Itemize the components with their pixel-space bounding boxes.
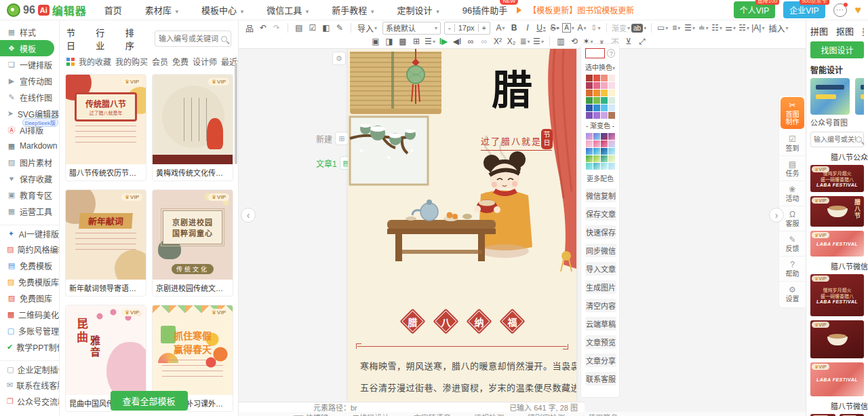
filter-free[interactable]: 免费 xyxy=(172,56,189,67)
color-swatch[interactable] xyxy=(586,82,593,89)
selected-color-swatch[interactable] xyxy=(585,48,605,58)
gradient-swatch[interactable] xyxy=(601,155,608,162)
filter-designer[interactable]: 设计师 xyxy=(193,56,217,67)
underline-icon[interactable]: U▾ xyxy=(534,22,548,34)
color-swatch[interactable] xyxy=(593,105,600,111)
gradient-swatch[interactable] xyxy=(608,148,615,155)
color-swatch[interactable] xyxy=(601,112,608,119)
vip-crown-icon[interactable]: ♥ xyxy=(855,4,862,16)
message-icon[interactable]: ⋯ xyxy=(833,3,847,17)
new-article-button[interactable]: ⊞ xyxy=(335,132,349,145)
menu-item[interactable]: 模板中心 ▾ xyxy=(201,3,243,16)
smart-design-thumb-2[interactable] xyxy=(855,78,864,115)
font-color-icon[interactable]: A▾ xyxy=(494,22,507,34)
color-swatch[interactable] xyxy=(593,112,600,119)
color-swatch[interactable] xyxy=(601,75,608,81)
footer-tool[interactable]: ▦二维码设计 xyxy=(343,412,389,416)
indent-icon[interactable]: ⚌▾ xyxy=(724,22,737,34)
gradient-swatch[interactable] xyxy=(593,148,600,155)
format-brush-icon[interactable]: ✎ xyxy=(333,22,347,34)
undo-icon[interactable]: ↶ xyxy=(256,22,270,34)
search-icon[interactable] xyxy=(856,136,862,143)
action-button[interactable]: 导入文章 xyxy=(585,262,616,276)
filter-favorites[interactable]: 我的收藏 xyxy=(79,56,111,67)
border-icon[interactable]: ▭▾ xyxy=(656,22,669,34)
sidebar-item[interactable]: ❖ 模板 xyxy=(0,40,54,56)
font-size-value[interactable]: 17px xyxy=(454,24,479,32)
gradient-swatch[interactable] xyxy=(608,140,615,147)
gear-icon[interactable]: ⚙ xyxy=(332,52,346,65)
find-replace-icon[interactable]: ⟲ xyxy=(568,35,581,48)
char-scale-icon[interactable]: ⇕▾ xyxy=(589,22,602,34)
texture-icon[interactable]: ▩ xyxy=(396,35,410,48)
columns-icon[interactable]: ☵▾ xyxy=(737,22,751,34)
cover-template-banner[interactable]: ♛VIP 腊八节 xyxy=(810,196,864,227)
italic-icon[interactable]: I xyxy=(521,22,534,34)
line-spacing-icon[interactable]: ☰▾ xyxy=(423,35,437,48)
node-tool-icon[interactable]: 品 xyxy=(243,22,256,34)
sidebar-item[interactable]: ▦ 运营工具 xyxy=(0,203,59,219)
sidebar-item[interactable]: ▢ 企业定制插件 xyxy=(0,360,59,377)
menu-item[interactable]: 96插件助手 NEW xyxy=(462,3,507,16)
color-swatch[interactable] xyxy=(593,75,600,81)
sidebar-item[interactable]: ▨ 简约风格编辑 xyxy=(0,241,59,257)
sidebar-item[interactable]: ✔ 教学PPT制作 xyxy=(0,339,59,355)
cursor-insert-icon[interactable]: I▶ xyxy=(437,35,450,48)
table-icon[interactable]: ⊞ xyxy=(410,35,423,48)
footer-tool[interactable]: ⌨快捷键 xyxy=(293,412,328,416)
gradient-swatch[interactable] xyxy=(601,163,608,170)
action-button[interactable]: 同步微信 xyxy=(585,244,616,257)
highlight-color-icon[interactable]: A▾ xyxy=(561,22,575,34)
insert-button[interactable]: 插入▾ xyxy=(766,22,790,34)
template-card[interactable]: ♛VIP 新年献词 新年献词领导寄语展望模板 xyxy=(65,189,146,297)
color-swatch[interactable] xyxy=(601,90,608,96)
color-swatch[interactable] xyxy=(593,97,600,104)
template-card[interactable]: ♛VIP 京剧进校园国粹润童心传统文化 京剧进校园传统文化模板 xyxy=(152,189,233,297)
sidebar-item[interactable]: ▤ 免费模板 xyxy=(0,257,59,273)
cover-template-banner[interactable]: ♛VIP 慢炖岁月烟火 盛一碗暖香腊八 LABA FESTIVAL xyxy=(810,165,864,192)
app-logo[interactable]: 96 Ai 编辑器 xyxy=(7,2,87,18)
rail-item[interactable]: Ω 客服 xyxy=(779,206,806,231)
footer-tool[interactable]: ◎错别字检测 xyxy=(519,412,565,416)
color-swatch[interactable] xyxy=(593,82,600,89)
cursor-back-icon[interactable]: ◀I xyxy=(450,35,464,48)
ab-style-icon[interactable]: ab▾ xyxy=(631,22,647,34)
tab-sort[interactable]: 排序 xyxy=(125,26,138,52)
gradient-swatch[interactable] xyxy=(601,133,608,140)
gradient-swatch[interactable] xyxy=(608,163,615,170)
menu-item[interactable]: 素材库 ▾ xyxy=(145,3,178,16)
tab-festival[interactable]: 节日 xyxy=(66,26,79,52)
redo-icon[interactable]: ↷ xyxy=(270,22,283,34)
gradient-swatch[interactable] xyxy=(593,133,600,140)
ordered-list-icon[interactable]: ≣▾ xyxy=(518,35,532,48)
filter-purchased[interactable]: 我的购买 xyxy=(115,56,148,67)
eraser-icon[interactable]: ◧ xyxy=(319,22,333,34)
enterprise-vip-button[interactable]: 企业VIP 500京东卡 xyxy=(783,1,825,18)
sidebar-item[interactable]: Ⓐ AI排版 DeepSeek版 xyxy=(0,121,59,138)
rail-item[interactable]: ✎ 反馈 xyxy=(779,231,806,257)
rail-item[interactable]: ❀ 活动 xyxy=(779,181,806,206)
color-swatch[interactable] xyxy=(586,75,593,81)
sidebar-item[interactable]: ▢ 多账号管理 xyxy=(0,322,59,339)
tab-koutu[interactable]: 抠图 xyxy=(836,24,854,37)
footer-tool[interactable]: ✍使用签名 xyxy=(580,412,618,416)
sidebar-item[interactable]: ▨ 免费模版库 xyxy=(0,273,59,290)
sidebar-item[interactable]: ▣ 教育专区 xyxy=(0,187,59,203)
color-swatch[interactable] xyxy=(601,105,608,111)
unordered-list-icon[interactable]: ☰▾ xyxy=(532,35,545,48)
font-size-minus[interactable]: - xyxy=(445,24,454,32)
gradient-swatch[interactable] xyxy=(586,163,593,170)
sidebar-item[interactable]: ▦ Markdown xyxy=(0,138,59,154)
color-swatch[interactable] xyxy=(608,97,615,104)
font-family-select[interactable]: 系统默认▾ xyxy=(382,22,441,35)
sidebar-item[interactable]: ✦ AI一键排版 xyxy=(0,225,59,241)
sidebar-item[interactable]: ▶ 宣传动图 xyxy=(0,73,59,89)
unlink-icon[interactable]: ∞ xyxy=(477,35,491,48)
action-button[interactable]: 快速保存 xyxy=(585,225,616,239)
more-colors-link[interactable]: 更多配色 xyxy=(585,173,615,183)
rail-item[interactable]: ✂ 首图制作 xyxy=(781,97,804,130)
design-search-input[interactable] xyxy=(814,136,856,143)
action-button[interactable]: 文章预览 xyxy=(585,335,616,349)
strikethrough-icon[interactable]: S▾ xyxy=(548,22,561,34)
gradient-swatch[interactable] xyxy=(593,163,600,170)
